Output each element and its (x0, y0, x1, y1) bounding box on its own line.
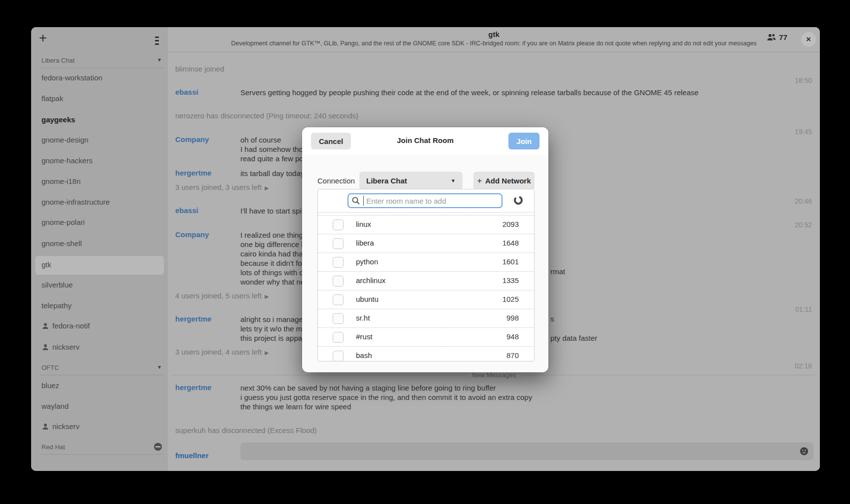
room-name: archlinux (356, 276, 386, 285)
join-button[interactable]: Join (508, 133, 540, 149)
add-room-button[interactable]: + (36, 30, 50, 46)
room-row-bash[interactable]: bash 870 (318, 346, 534, 365)
network-section-libera[interactable]: Libera Chat ▼ (40, 55, 164, 68)
room-checkbox[interactable] (333, 238, 344, 249)
nick-button[interactable]: ebassi (175, 206, 198, 215)
emoji-icon[interactable] (800, 447, 809, 456)
menu-button[interactable] (151, 34, 163, 45)
room-checkbox[interactable] (333, 219, 344, 230)
room-name: linux (356, 220, 371, 228)
sidebar-room-flatpak[interactable]: flatpak (41, 94, 63, 103)
nick-button[interactable]: Company (175, 135, 209, 144)
room-row-libera[interactable]: libera 1648 (318, 234, 534, 252)
message-line: Servers getting hogged by people pushing… (240, 88, 810, 97)
message-fragment: rmat (550, 267, 565, 276)
room-row-ubuntu[interactable]: ubuntu 1025 (318, 290, 534, 309)
sidebar-room-gaygeeks[interactable]: gaygeeks (41, 115, 75, 124)
status-text: 4 users joined, 5 users left (175, 291, 262, 300)
collapse-icon: ▼ (157, 364, 162, 370)
sidebar-room-wayland[interactable]: wayland (41, 402, 69, 410)
message-fragment: pty data faster (550, 334, 597, 342)
room-checkbox[interactable] (333, 313, 344, 324)
chevron-down-icon: ▼ (451, 178, 456, 183)
sidebar-user-nickserv[interactable]: nickserv (42, 343, 79, 351)
room-checkbox[interactable] (333, 351, 344, 361)
message-line: the things we learn for wire speed (240, 402, 810, 411)
room-checkbox[interactable] (333, 294, 344, 305)
collapse-icon: ▼ (157, 57, 162, 63)
add-network-button[interactable]: + Add Network (473, 172, 535, 190)
room-checkbox[interactable] (333, 276, 344, 287)
nick-button[interactable]: hergertme (175, 315, 211, 323)
divider-label: New Messages (472, 371, 516, 379)
network-section-oftc[interactable]: OFTC ▼ (40, 362, 164, 375)
expander-icon: ▶ (265, 293, 269, 299)
connection-value: Libera Chat (366, 177, 407, 185)
sidebar-room-fedora-workstation[interactable]: fedora-workstation (41, 73, 102, 82)
sidebar-room-gnome-shell[interactable]: gnome-shell (41, 239, 82, 248)
sidebar-room-gtk[interactable]: gtk (41, 260, 51, 269)
room-row-archlinux[interactable]: archlinux 1335 (318, 271, 534, 290)
room-member-count: 1601 (502, 257, 519, 266)
status-text: 3 users joined, 4 users left (175, 348, 262, 356)
sidebar-headerbar: + (31, 27, 168, 52)
room-member-count: 998 (506, 314, 519, 322)
message-fragment: s (550, 315, 554, 323)
status-message: nerozero has disconnected (Ping timeout:… (175, 111, 820, 120)
status-text: 3 users joined, 3 users left (175, 183, 262, 191)
room-member-count: 1335 (502, 276, 519, 285)
person-icon (42, 323, 49, 329)
room-row-linux[interactable]: linux 2093 (318, 215, 534, 234)
sidebar: + Libera Chat ▼ fedora-workstation flatp… (31, 27, 168, 471)
expander-icon: ▶ (265, 350, 269, 356)
room-checkbox[interactable] (333, 257, 344, 268)
sidebar-room-gnome-infrastructure[interactable]: gnome-infrastructure (41, 198, 110, 206)
timestamp: 18:50 (795, 76, 812, 84)
sidebar-room-gnome-i18n[interactable]: gnome-i18n (41, 177, 80, 185)
people-icon (767, 34, 776, 41)
plus-icon: + (477, 176, 482, 185)
sidebar-room-gnome-polari[interactable]: gnome-polari (41, 218, 85, 226)
room-member-count: 948 (506, 332, 519, 341)
timestamp: 19:45 (795, 128, 812, 136)
sidebar-room-bluez[interactable]: bluez (41, 381, 59, 390)
member-count-button[interactable]: 77 (764, 33, 790, 42)
sidebar-room-silverblue[interactable]: silverblue (41, 281, 73, 289)
room-list: linux 2093 libera 1648 python 1601 archl… (317, 189, 535, 361)
nick-button[interactable]: Company (175, 230, 209, 239)
room-row-python[interactable]: python 1601 (318, 252, 534, 271)
room-name: python (356, 257, 378, 266)
close-icon[interactable]: × (801, 32, 816, 47)
message-line: next 30% can be saved by not having a st… (240, 383, 810, 393)
sidebar-user-fedora-notif[interactable]: fedora-notif (42, 322, 90, 330)
nick-button[interactable]: hergertme (175, 169, 211, 177)
person-icon (42, 344, 49, 351)
member-count: 77 (779, 33, 787, 41)
message-input[interactable] (240, 442, 813, 460)
sidebar-room-gnome-hackers[interactable]: gnome-hackers (41, 156, 92, 165)
room-member-count: 2093 (502, 220, 519, 228)
dialog-headerbar: Cancel Join Chat Room Join (302, 127, 548, 155)
sidebar-room-gnome-design[interactable]: gnome-design (41, 136, 88, 144)
room-row-rust[interactable]: #rust 948 (318, 327, 534, 346)
menu-icon (154, 34, 160, 45)
room-checkbox[interactable] (333, 332, 344, 343)
room-member-count: 870 (506, 351, 519, 360)
message-line: i guess you just gotta reserve space in … (240, 393, 810, 402)
sidebar-room-telepathy[interactable]: telepathy (41, 301, 72, 310)
network-label: Red Hat (41, 443, 65, 451)
room-row-sr-ht[interactable]: sr.ht 998 (318, 309, 534, 327)
nick-button[interactable]: ebassi (175, 88, 198, 96)
selected-room-highlight (35, 256, 164, 275)
new-messages-divider: New Messages (171, 371, 817, 379)
network-section-redhat[interactable]: Red Hat (40, 441, 164, 455)
search-input[interactable] (348, 193, 502, 208)
sidebar-user-nickserv-oftc[interactable]: nickserv (42, 422, 79, 431)
network-label: Libera Chat (41, 57, 75, 64)
user-label: nickserv (52, 343, 79, 351)
status-message: superkuh has disconnected (Excess Flood) (175, 426, 820, 434)
connection-dropdown[interactable]: Libera Chat ▼ (359, 172, 463, 190)
room-name: sr.ht (356, 314, 370, 322)
nick-button[interactable]: hergertme (175, 383, 211, 392)
room-rows: linux 2093 libera 1648 python 1601 archl… (318, 215, 534, 365)
